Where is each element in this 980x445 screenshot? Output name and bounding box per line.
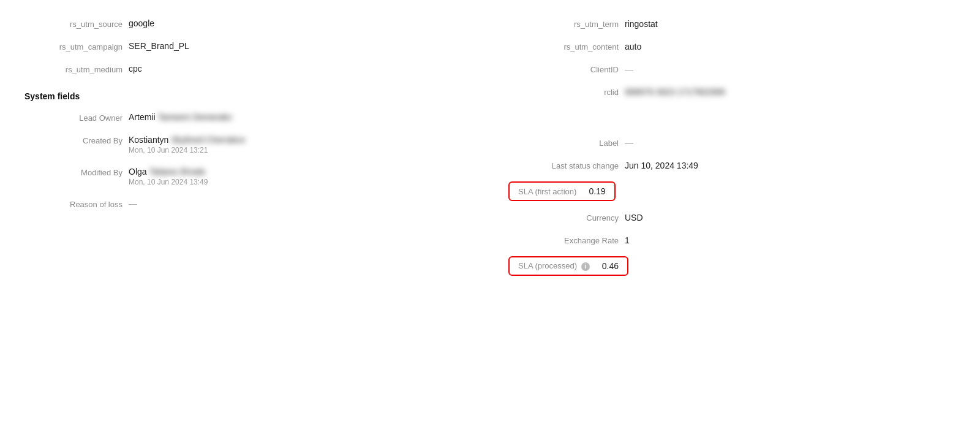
- utm-content-row: rs_utm_content auto: [508, 35, 956, 58]
- exchange-rate-row: Exchange Rate 1: [508, 229, 956, 251]
- rclid-value: 999979 3923 1717902999: [625, 87, 725, 97]
- utm-source-row: rs_utm_source google: [24, 12, 472, 35]
- created-by-label: Created By: [24, 135, 123, 145]
- lead-owner-label: Lead Owner: [24, 112, 123, 123]
- reason-of-loss-label: Reason of loss: [24, 199, 123, 209]
- sla-first-action-label: SLA (first action): [518, 187, 576, 196]
- label-field-value: —: [625, 138, 633, 148]
- sla-processed-info-icon[interactable]: i: [581, 262, 590, 271]
- last-status-change-label: Last status change: [508, 160, 619, 170]
- utm-source-value: google: [129, 18, 154, 28]
- label-row: Label —: [508, 131, 956, 154]
- utm-campaign-label: rs_utm_campaign: [24, 41, 123, 51]
- currency-row: Currency USD: [508, 206, 956, 229]
- utm-medium-label: rs_utm_medium: [24, 64, 123, 74]
- modified-by-value: Olga Tatiana Shoals Mon, 10 Jun 2024 13:…: [129, 167, 208, 186]
- utm-term-value: ringostat: [625, 19, 658, 29]
- main-grid: rs_utm_source google rs_utm_campaign SER…: [24, 12, 956, 281]
- sla-processed-label: SLA (processed) i: [518, 261, 590, 271]
- utm-source-label: rs_utm_source: [24, 18, 123, 29]
- created-by-row: Created By Kostiantyn Skylined Cherrakov…: [24, 129, 472, 161]
- utm-campaign-row: rs_utm_campaign SER_Brand_PL: [24, 35, 472, 58]
- lead-owner-row: Lead Owner Artemii Tameem Demerakv: [24, 106, 472, 129]
- modified-by-row: Modified By Olga Tatiana Shoals Mon, 10 …: [24, 161, 472, 192]
- right-column: rs_utm_term ringostat rs_utm_content aut…: [508, 12, 956, 281]
- lead-owner-value: Artemii Tameem Demerakv: [129, 112, 232, 122]
- utm-term-label: rs_utm_term: [508, 18, 619, 29]
- utm-content-label: rs_utm_content: [508, 41, 619, 51]
- clientid-value: —: [625, 64, 633, 74]
- sla-processed-row: SLA (processed) i 0.46: [508, 251, 956, 281]
- left-column: rs_utm_source google rs_utm_campaign SER…: [24, 12, 472, 281]
- clientid-row: ClientID —: [508, 58, 956, 80]
- last-status-change-row: Last status change Jun 10, 2024 13:49: [508, 154, 956, 177]
- sla-processed-box: SLA (processed) i 0.46: [508, 256, 628, 276]
- last-status-change-value: Jun 10, 2024 13:49: [625, 161, 698, 170]
- reason-of-loss-row: Reason of loss —: [24, 192, 472, 215]
- utm-term-row: rs_utm_term ringostat: [508, 12, 956, 35]
- clientid-label: ClientID: [508, 64, 619, 74]
- system-fields-title: System fields: [24, 80, 472, 106]
- created-by-value: Kostiantyn Skylined Cherrakov Mon, 10 Ju…: [129, 135, 246, 154]
- sla-first-action-value: 0.19: [589, 186, 605, 196]
- sla-processed-value: 0.46: [602, 261, 619, 271]
- utm-medium-value: cpc: [129, 64, 142, 74]
- modified-by-subtext: Mon, 10 Jun 2024 13:49: [129, 178, 208, 186]
- exchange-rate-label: Exchange Rate: [508, 235, 619, 245]
- created-by-subtext: Mon, 10 Jun 2024 13:21: [129, 146, 246, 154]
- sla-first-action-row: SLA (first action) 0.19: [508, 177, 956, 206]
- currency-label: Currency: [508, 212, 619, 222]
- utm-campaign-value: SER_Brand_PL: [129, 41, 189, 51]
- reason-of-loss-value: —: [129, 199, 137, 208]
- label-field-label: Label: [508, 137, 619, 148]
- exchange-rate-value: 1: [625, 235, 630, 245]
- modified-by-label: Modified By: [24, 167, 123, 177]
- sla-first-action-box: SLA (first action) 0.19: [508, 181, 616, 201]
- currency-value: USD: [625, 213, 643, 222]
- rclid-row: rclid 999979 3923 1717902999: [508, 80, 956, 103]
- utm-medium-row: rs_utm_medium cpc: [24, 58, 472, 80]
- spacer: [508, 103, 956, 131]
- utm-content-value: auto: [625, 42, 641, 51]
- rclid-label: rclid: [508, 86, 619, 97]
